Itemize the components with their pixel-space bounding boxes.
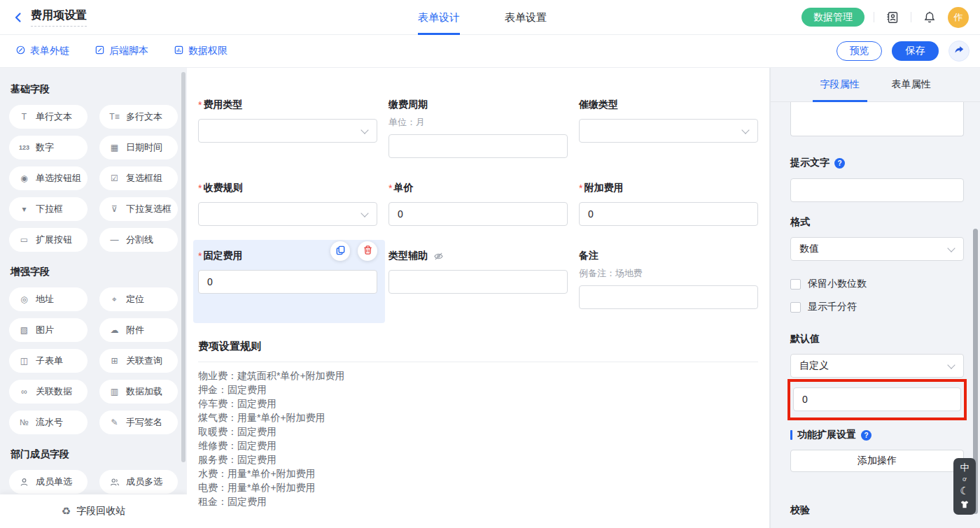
language-toggle[interactable]: 中 (960, 463, 969, 472)
sidebar-field-relation-query[interactable]: ⊞关联查询 (99, 349, 178, 373)
sidebar-section-title: 部门成员字段 (10, 448, 178, 461)
chevron-down-icon (741, 126, 749, 134)
sidebar-field-serial-number[interactable]: №流水号 (9, 411, 88, 434)
thousand-checkbox-label: 显示千分符 (808, 301, 857, 313)
sidebar-field-attachment[interactable]: ☁附件 (99, 318, 178, 342)
sidebar-field-checkbox-group[interactable]: ☑复选框组 (99, 166, 178, 190)
save-button[interactable]: 保存 (892, 41, 939, 61)
form-toolbar: 表单外链 后端脚本 数据权限 预览 保存 (0, 35, 980, 68)
field-label: 备注 (579, 249, 758, 263)
tab-field-properties[interactable]: 字段属性 (820, 68, 860, 102)
sidebar-field-data-load[interactable]: ▥数据加载 (99, 380, 178, 404)
sidebar-field-signature[interactable]: ✎手写签名 (99, 411, 178, 434)
properties-panel: 字段属性 表单属性 提示文字 ? 格式 数值 保留小数位数 显示千分符 默认值 … (770, 68, 980, 528)
delete-field-button[interactable] (358, 241, 377, 261)
sidebar-field-single-line-text[interactable]: T单行文本 (9, 105, 88, 129)
sidebar-field-select[interactable]: ▾下拉框 (9, 197, 88, 221)
sidebar-field-label: 单行文本 (36, 110, 72, 123)
panel-tabs: 字段属性 表单属性 (771, 68, 980, 102)
shirt-icon[interactable] (960, 500, 969, 509)
type-assist-input[interactable] (388, 270, 568, 294)
field-fee-type[interactable]: *费用类型 (198, 89, 377, 172)
data-permission-link[interactable]: 数据权限 (174, 45, 227, 57)
field-name-input[interactable] (790, 102, 964, 136)
field-fixed-fee-selected[interactable]: *固定费用 0 (198, 240, 377, 323)
field-recycle-bin[interactable]: ♻ 字段回收站 (0, 494, 187, 528)
sidebar-field-subform[interactable]: ◫子表单 (9, 349, 88, 373)
extra-fee-input[interactable]: 0 (579, 202, 758, 226)
sidebar-field-relation-data[interactable]: ∞关联数据 (9, 380, 88, 404)
address-book-icon[interactable] (883, 8, 902, 27)
decimal-checkbox[interactable] (790, 279, 801, 290)
avatar[interactable]: 作 (948, 7, 969, 28)
field-type-assist[interactable]: 类型辅助 (388, 240, 568, 323)
rule-line: 水费：用量*单价+附加费用 (198, 466, 758, 480)
help-icon[interactable]: ? (861, 430, 872, 441)
thousand-checkbox[interactable] (790, 302, 801, 313)
thousand-checkbox-row[interactable]: 显示千分符 (790, 301, 964, 313)
sidebar-field-datetime[interactable]: ▦日期时间 (99, 136, 178, 159)
collection-type-select[interactable] (579, 119, 758, 143)
share-button[interactable] (948, 41, 969, 62)
sidebar-field-image[interactable]: ▧图片 (9, 318, 88, 342)
default-value-label: 默认值 (790, 333, 964, 345)
field-unit-price[interactable]: *单价 0 (388, 172, 568, 240)
sidebar-scrollbar[interactable] (181, 72, 186, 462)
page-title[interactable]: 费用项设置 (31, 8, 87, 27)
default-value-select[interactable]: 自定义 (790, 354, 964, 378)
sidebar-field-location[interactable]: ⌖定位 (99, 287, 178, 311)
extend-button-icon: ▭ (18, 235, 30, 245)
sidebar-section-title: 基础字段 (10, 83, 178, 96)
fee-rules-block: 费项设置规则 物业费：建筑面积*单价+附加费用押金：固定费用停车费：固定费用煤气… (198, 340, 758, 508)
format-select[interactable]: 数值 (790, 237, 964, 261)
remark-input[interactable] (579, 285, 758, 309)
rule-line: 取暖费：固定费用 (198, 424, 758, 438)
sidebar-field-multi-select[interactable]: ⊽下拉复选框 (99, 197, 178, 221)
sidebar-field-divider[interactable]: —分割线 (99, 228, 178, 252)
preview-button[interactable]: 预览 (836, 41, 882, 61)
sidebar-field-number[interactable]: 123数字 (9, 136, 88, 159)
field-label: *附加费用 (579, 181, 758, 195)
payment-cycle-input[interactable] (388, 134, 568, 158)
rule-line: 租金：固定费用 (198, 494, 758, 508)
fixed-fee-input[interactable]: 0 (198, 270, 377, 294)
sidebar-field-member-single[interactable]: 成员单选 (9, 470, 88, 494)
moon-icon[interactable]: ☾ (960, 486, 969, 496)
data-manage-button[interactable]: 数据管理 (802, 8, 864, 27)
field-collection-type[interactable]: 催缴类型 (579, 89, 758, 172)
tab-form-design[interactable]: 表单设计 (418, 0, 460, 35)
fee-type-select[interactable] (198, 119, 377, 143)
sidebar-field-multi-line-text[interactable]: T≡多行文本 (99, 105, 178, 129)
sidebar-field-address[interactable]: ◎地址 (9, 287, 88, 311)
sidebar-field-radio-group[interactable]: ◉单选按钮组 (9, 166, 88, 190)
field-helper-text: 例备注：场地费 (579, 267, 758, 280)
hint-text-input[interactable] (790, 178, 964, 202)
decimal-checkbox-label: 保留小数位数 (808, 278, 867, 290)
sidebar-field-member-multi[interactable]: 成员多选 (99, 470, 178, 494)
multi-line-text-icon: T≡ (108, 112, 120, 122)
tab-form-settings[interactable]: 表单设置 (505, 0, 547, 35)
add-action-button[interactable]: 添加操作 (790, 450, 964, 472)
required-mark: * (198, 250, 202, 262)
copy-field-button[interactable] (330, 241, 350, 261)
help-icon[interactable]: ? (834, 158, 845, 169)
bell-icon[interactable] (920, 8, 939, 27)
field-library-sidebar: 基础字段T单行文本T≡多行文本123数字▦日期时间◉单选按钮组☑复选框组▾下拉框… (0, 68, 187, 528)
charge-rule-select[interactable] (198, 202, 377, 226)
unit-price-input[interactable]: 0 (388, 202, 568, 226)
tab-form-properties[interactable]: 表单属性 (892, 68, 931, 102)
decimal-checkbox-row[interactable]: 保留小数位数 (790, 278, 964, 290)
field-payment-cycle[interactable]: 缴费周期 单位：月 (388, 89, 568, 172)
sidebar-sections: 基础字段T单行文本T≡多行文本123数字▦日期时间◉单选按钮组☑复选框组▾下拉框… (0, 68, 187, 525)
field-remark[interactable]: 备注 例备注：场地费 (579, 240, 758, 323)
field-charge-rule[interactable]: *收费规则 (198, 172, 377, 240)
back-icon[interactable] (10, 9, 27, 26)
sidebar-field-extend-button[interactable]: ▭扩展按钮 (9, 228, 88, 252)
form-external-link[interactable]: 表单外链 (15, 45, 69, 57)
rule-line: 维修费：固定费用 (198, 438, 758, 452)
input-value: 0 (802, 394, 808, 405)
field-extra-fee[interactable]: *附加费用 0 (579, 172, 758, 240)
voice-icon[interactable]: ơ (962, 476, 967, 483)
backend-script-link[interactable]: 后端脚本 (94, 45, 148, 57)
default-value-input[interactable]: 0 (793, 387, 961, 411)
